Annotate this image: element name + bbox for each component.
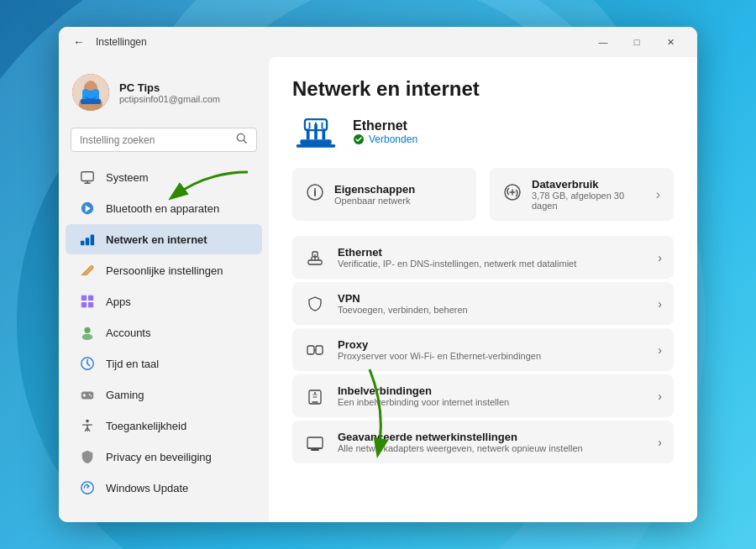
nav-list: Systeem Bluetooth en apparaten: [59, 162, 269, 503]
svg-point-20: [82, 334, 93, 340]
setting-ethernet[interactable]: Ethernet Verificatie, IP- en DNS-instell…: [292, 236, 674, 279]
main-panel: Netwerk en internet: [269, 57, 697, 522]
setting-proxy[interactable]: Proxy Proxyserver voor Wi-Fi- en Etherne…: [292, 328, 674, 371]
svg-point-29: [86, 420, 89, 423]
inbel-setting-title: Inbelverbindingen: [338, 384, 646, 397]
proxy-setting-title: Proxy: [338, 338, 646, 351]
ethernet-setting-title: Ethernet: [338, 246, 646, 259]
svg-point-28: [91, 395, 92, 397]
ethernet-hero-icon: [292, 111, 339, 153]
apps-icon: [79, 293, 96, 310]
svg-rect-16: [88, 295, 93, 301]
sidebar-item-bluetooth[interactable]: Bluetooth en apparaten: [66, 193, 262, 223]
eigenschappen-card[interactable]: Eigenschappen Openbaar netwerk: [292, 168, 476, 221]
eigenschappen-title: Eigenschappen: [334, 183, 415, 196]
svg-point-5: [86, 81, 96, 91]
sidebar-item-label: Systeem: [106, 171, 149, 184]
ethernet-hero-status: Verbonden: [353, 133, 417, 145]
dataverbruik-icon: [503, 183, 522, 206]
svg-rect-15: [81, 295, 87, 301]
sidebar-item-netwerk[interactable]: Netwerk en internet: [66, 224, 262, 254]
sidebar-item-label: Tijd en taal: [106, 358, 159, 370]
netwerk-icon: [79, 231, 96, 248]
svg-rect-18: [88, 302, 93, 307]
sidebar-item-gaming[interactable]: Gaming: [66, 379, 262, 410]
sidebar-item-label: Toegankelijkheid: [106, 420, 186, 432]
svg-rect-55: [307, 437, 323, 448]
dataverbruik-chevron: ›: [656, 187, 660, 202]
persoonlijk-icon: [79, 262, 96, 279]
setting-geavanceerd[interactable]: Geavanceerde netwerkinstellingen Alle ne…: [292, 421, 674, 463]
accounts-icon: [79, 324, 96, 341]
back-button[interactable]: ←: [69, 32, 89, 52]
setting-vpn[interactable]: VPN Toevoegen, verbinden, beheren ›: [292, 282, 674, 325]
sidebar-item-toegankelijkheid[interactable]: Toegankelijkheid: [66, 410, 262, 441]
ethernet-hero: Ethernet Verbonden: [292, 111, 674, 153]
content-area: PC Tips pctipsinfo01@gmail.com: [59, 57, 697, 522]
sidebar-item-label: Windows Update: [106, 482, 188, 494]
maximize-button[interactable]: □: [620, 30, 654, 54]
svg-rect-45: [308, 260, 322, 264]
ethernet-chevron: ›: [658, 251, 662, 264]
gaming-icon: [79, 386, 96, 403]
svg-line-23: [87, 363, 90, 366]
svg-point-27: [89, 394, 91, 395]
privacy-icon: [79, 448, 96, 465]
user-name: PC Tips: [119, 81, 220, 94]
settings-list: Ethernet Verificatie, IP- en DNS-instell…: [292, 236, 674, 463]
inbel-setting-sub: Een inbelverbinding voor internet instel…: [338, 397, 646, 407]
sidebar-item-apps[interactable]: Apps: [66, 286, 262, 316]
vpn-icon: [304, 293, 326, 315]
sidebar-item-label: Persoonlijke instellingen: [106, 264, 223, 277]
svg-rect-13: [86, 238, 90, 245]
geavanceerd-icon: [304, 431, 326, 453]
search-box[interactable]: [71, 128, 257, 152]
geavanceerd-setting-title: Geavanceerde netwerkinstellingen: [338, 431, 646, 443]
minimize-button[interactable]: —: [586, 30, 620, 54]
proxy-icon: [304, 339, 326, 361]
sidebar-item-label: Bluetooth en apparaten: [106, 202, 219, 215]
proxy-setting-sub: Proxyserver voor Wi-Fi- en Ethernet-verb…: [338, 351, 646, 361]
user-info: PC Tips pctipsinfo01@gmail.com: [119, 81, 220, 104]
dataverbruik-card[interactable]: Dataverbruik 3,78 GB, afgelopen 30 dagen…: [490, 168, 674, 221]
window-title: Instellingen: [96, 36, 586, 48]
svg-rect-4: [81, 99, 101, 104]
svg-point-43: [314, 188, 316, 190]
eigenschappen-icon: [306, 183, 324, 206]
toegankelijkheid-icon: [79, 417, 96, 434]
page-title: Netwerk en internet: [292, 77, 674, 101]
bluetooth-icon: [79, 200, 96, 217]
user-profile: PC Tips pctipsinfo01@gmail.com: [59, 67, 269, 124]
sidebar-item-accounts[interactable]: Accounts: [66, 317, 262, 348]
sidebar-item-persoonlijk[interactable]: Persoonlijke instellingen: [66, 255, 262, 285]
sidebar-item-label: Privacy en beveiliging: [106, 451, 212, 463]
vpn-setting-sub: Toevoegen, verbinden, beheren: [338, 305, 646, 315]
svg-rect-31: [300, 139, 331, 144]
sidebar-item-privacy[interactable]: Privacy en beveiliging: [66, 442, 262, 472]
dataverbruik-title: Dataverbruik: [532, 178, 646, 191]
sidebar-item-tijd[interactable]: Tijd en taal: [66, 348, 262, 379]
svg-rect-14: [91, 235, 95, 246]
sidebar-item-systeem[interactable]: Systeem: [66, 162, 262, 192]
ethernet-icon: [304, 247, 326, 269]
user-email: pctipsinfo01@gmail.com: [119, 94, 220, 104]
ethernet-hero-info: Ethernet Verbonden: [353, 118, 417, 145]
sidebar-item-label: Netwerk en internet: [106, 233, 207, 246]
vpn-setting-title: VPN: [338, 292, 646, 305]
window-controls: — □ ✕: [586, 30, 687, 54]
geavanceerd-setting-sub: Alle netwerkadapters weergeven, netwerk …: [338, 443, 646, 453]
close-button[interactable]: ✕: [654, 30, 687, 54]
svg-rect-8: [81, 172, 93, 181]
search-input[interactable]: [80, 134, 231, 146]
settings-window: ← Instellingen — □ ✕: [59, 27, 697, 522]
sidebar-item-update[interactable]: Windows Update: [66, 473, 262, 503]
setting-inbel[interactable]: Inbelverbindingen Een inbelverbinding vo…: [292, 374, 674, 417]
ethernet-setting-sub: Verificatie, IP- en DNS-instellingen, ne…: [338, 259, 646, 269]
svg-rect-51: [316, 346, 323, 354]
ethernet-hero-label: Ethernet: [353, 118, 417, 133]
inbel-icon: [304, 385, 326, 407]
proxy-chevron: ›: [658, 343, 662, 357]
vpn-chevron: ›: [658, 297, 662, 311]
svg-rect-12: [81, 241, 85, 245]
eigenschappen-sub: Openbaar netwerk: [334, 196, 415, 206]
